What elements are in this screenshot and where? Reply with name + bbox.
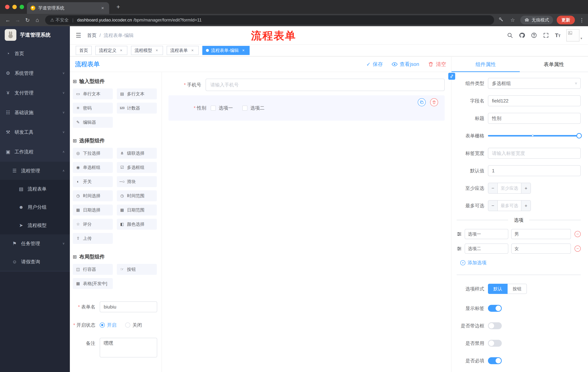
browser-tab[interactable]: 芋道管理系统 × [27, 2, 109, 14]
palette-item-date-picker[interactable]: ▦日期选择 [73, 205, 113, 215]
palette-item-editor[interactable]: ✎编辑器 [73, 117, 113, 128]
tag-process-form[interactable]: 流程表单 × [167, 46, 199, 55]
option-value-input[interactable] [511, 229, 571, 239]
address-bar[interactable]: ⚠ 不安全 | dashboard.yudao.iocoder.cn /bpm/… [45, 15, 494, 25]
decrease-button[interactable]: − [488, 201, 498, 211]
style-button-button[interactable]: 按钮 [508, 284, 527, 294]
drag-handle-icon[interactable] [457, 246, 462, 251]
component-type-value[interactable] [488, 78, 581, 89]
border-toggle[interactable] [488, 322, 502, 329]
palette-item-checkbox-group[interactable]: ☑多选框组 [117, 162, 157, 173]
home-button[interactable]: ⌂ [32, 17, 42, 23]
sidebar-item-process-management[interactable]: ☰ 流程管理 ∧ [0, 162, 70, 180]
title-input[interactable] [488, 113, 581, 124]
show-label-toggle[interactable] [488, 305, 502, 312]
max-select-stepper[interactable]: − + [488, 200, 531, 211]
max-select-input[interactable] [498, 201, 521, 211]
collapse-sidebar-icon[interactable]: ☰ [76, 32, 81, 39]
browser-menu-icon[interactable]: ⋮ [578, 17, 585, 23]
close-icon[interactable]: × [119, 48, 124, 53]
tag-home[interactable]: 首页 [76, 46, 92, 55]
increase-button[interactable]: + [521, 183, 531, 193]
palette-item-select[interactable]: ◎下拉选择 [73, 148, 113, 159]
sidebar-item-infrastructure[interactable]: ☷ 基础设施 ∨ [0, 103, 70, 122]
sidebar-item-devtools[interactable]: ⚒ 研发工具 ∨ [0, 122, 70, 142]
user-menu[interactable]: ▾ [566, 29, 582, 42]
phone-input[interactable] [206, 79, 445, 91]
slider-track[interactable] [488, 135, 581, 137]
palette-item-switch[interactable]: ◐开关 [73, 176, 113, 187]
palette-item-rate[interactable]: ☆评分 [73, 219, 113, 230]
close-icon[interactable]: × [190, 48, 195, 53]
drag-handle-icon[interactable] [457, 232, 462, 237]
palette-item-single-text[interactable]: ▭单行文本 [73, 88, 113, 99]
label-width-input[interactable] [488, 148, 581, 159]
back-button[interactable]: ← [3, 17, 13, 23]
copy-component-button[interactable] [418, 98, 426, 106]
sidebar-item-home[interactable]: ◔ 首页 [0, 44, 70, 63]
min-select-input[interactable] [498, 183, 521, 193]
save-button[interactable]: ✓ 保存 [366, 61, 383, 68]
sidebar-item-task-management[interactable]: ⚑ 任务管理 ∨ [0, 234, 70, 253]
sidebar-item-payment[interactable]: ¥ 支付管理 ∨ [0, 83, 70, 103]
radio-enabled[interactable]: 开启 [100, 322, 116, 328]
default-value-input[interactable] [488, 165, 581, 176]
form-remark-textarea[interactable]: 嘿嘿 [100, 338, 157, 357]
app-logo[interactable]: 芋道管理系统 [0, 26, 70, 44]
palette-item-password[interactable]: ✳密码 [73, 103, 113, 114]
palette-item-table[interactable]: ▦表格[开发中] [73, 278, 113, 289]
close-icon[interactable]: × [241, 48, 246, 53]
disabled-toggle[interactable] [488, 340, 502, 347]
palette-item-row-container[interactable]: ◫行容器 [73, 264, 113, 275]
font-size-icon[interactable]: TT [555, 32, 560, 38]
add-option-button[interactable]: + 添加选项 [460, 260, 581, 266]
remove-option-button[interactable]: − [575, 231, 581, 237]
help-icon[interactable] [531, 32, 537, 38]
form-name-input[interactable] [100, 301, 157, 312]
component-type-select[interactable]: ∨ [488, 78, 581, 89]
minimize-window-button[interactable] [12, 5, 17, 9]
option-label-input[interactable] [465, 229, 508, 239]
slider-handle[interactable] [576, 133, 582, 138]
close-window-button[interactable] [5, 5, 10, 9]
palette-item-date-range[interactable]: ▦日期范围 [117, 205, 157, 215]
radio-disabled[interactable]: 关闭 [125, 322, 142, 328]
min-select-stepper[interactable]: − + [488, 183, 531, 194]
sidebar-item-process-model[interactable]: ➤ 流程模型 [0, 216, 70, 234]
canvas-field-gender-selected[interactable]: 性别 选项一 选项二 [168, 95, 445, 121]
canvas-field-phone[interactable]: 手机号 [168, 79, 445, 91]
tag-process-model[interactable]: 流程模型 × [131, 46, 163, 55]
search-icon[interactable] [507, 32, 513, 38]
sidebar-item-process-form[interactable]: ▤ 流程表单 [0, 180, 70, 198]
zoom-window-button[interactable] [20, 5, 24, 9]
palette-item-time-range[interactable]: ◷时间范围 [117, 190, 157, 201]
increase-button[interactable]: + [521, 201, 531, 211]
palette-item-textarea[interactable]: ▤多行文本 [117, 88, 157, 99]
style-default-button[interactable]: 默认 [488, 284, 508, 294]
palette-item-slider[interactable]: ─○滑块 [117, 176, 157, 187]
palette-item-cascader[interactable]: ⋔级联选择 [117, 148, 157, 159]
sidebar-item-leave-query[interactable]: ☺ 请假查询 [0, 253, 70, 271]
sidebar-item-user-groups[interactable]: ☻ 用户分组 [0, 198, 70, 216]
decrease-button[interactable]: − [488, 183, 498, 193]
breadcrumb-home[interactable]: 首页 [87, 32, 96, 39]
fullscreen-icon[interactable] [543, 32, 549, 38]
delete-component-button[interactable] [430, 98, 438, 106]
form-canvas[interactable]: 手机号 性别 [162, 72, 451, 372]
close-icon[interactable]: × [154, 48, 159, 53]
password-key-icon[interactable] [497, 17, 505, 23]
palette-item-counter[interactable]: 123计数器 [117, 103, 157, 114]
required-toggle[interactable] [488, 357, 502, 364]
checkbox-option-1[interactable]: 选项一 [211, 105, 233, 111]
field-name-input[interactable] [488, 95, 581, 106]
github-icon[interactable] [519, 32, 525, 38]
palette-item-time-picker[interactable]: ◷时间选择 [73, 190, 113, 201]
security-label[interactable]: 不安全 [56, 17, 69, 23]
update-button[interactable]: 更新 [557, 16, 575, 24]
palette-item-radio-group[interactable]: ◉单选框组 [73, 162, 113, 173]
remove-option-button[interactable]: − [575, 245, 581, 252]
clear-button[interactable]: 清空 [428, 61, 446, 68]
form-grid-slider[interactable] [488, 130, 581, 141]
palette-item-upload[interactable]: ⇧上传 [73, 233, 113, 244]
tab-close-icon[interactable]: × [100, 5, 105, 11]
